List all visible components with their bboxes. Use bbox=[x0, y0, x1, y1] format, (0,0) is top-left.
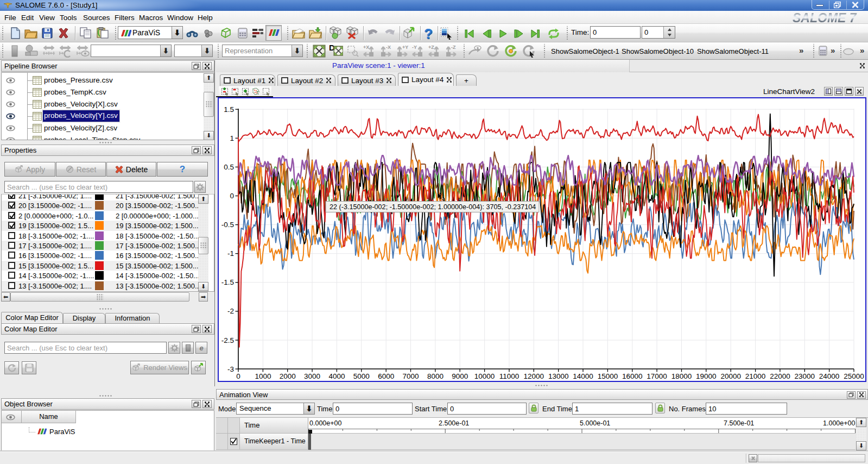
svg-text:1000: 1000 bbox=[255, 372, 271, 380]
svg-text:+X: +X bbox=[363, 45, 369, 50]
svg-text:-3: -3 bbox=[227, 365, 234, 373]
svg-text:25000: 25000 bbox=[844, 372, 864, 380]
svg-text:9000: 9000 bbox=[452, 372, 468, 380]
svg-text:0: 0 bbox=[236, 372, 240, 380]
svg-text:-1: -1 bbox=[227, 249, 234, 258]
svg-text:-2: -2 bbox=[227, 307, 234, 315]
svg-text:24000: 24000 bbox=[819, 372, 840, 380]
svg-text:20000: 20000 bbox=[720, 372, 741, 380]
svg-text:-0.5: -0.5 bbox=[221, 221, 234, 229]
svg-text:0.5: 0.5 bbox=[224, 163, 234, 171]
svg-text:15000: 15000 bbox=[598, 372, 618, 380]
svg-text:1: 1 bbox=[230, 134, 234, 142]
svg-text:2000: 2000 bbox=[280, 372, 296, 380]
svg-text:12000: 12000 bbox=[524, 372, 544, 380]
svg-text:19000: 19000 bbox=[696, 372, 717, 380]
svg-text:8000: 8000 bbox=[427, 372, 443, 380]
svg-text:4000: 4000 bbox=[328, 372, 345, 380]
svg-text:22000: 22000 bbox=[770, 372, 790, 380]
svg-text:3000: 3000 bbox=[304, 372, 320, 380]
svg-text:-Z: -Z bbox=[451, 45, 456, 50]
svg-text:-2.5: -2.5 bbox=[221, 336, 234, 344]
svg-text:23000: 23000 bbox=[795, 372, 815, 380]
svg-text:21000: 21000 bbox=[745, 372, 766, 380]
svg-text:17000: 17000 bbox=[647, 372, 667, 380]
svg-text:16000: 16000 bbox=[622, 372, 643, 380]
svg-text:6000: 6000 bbox=[378, 372, 394, 380]
svg-text:22 (-3.15000e-002; -1.50000e-0: 22 (-3.15000e-002; -1.50000e-002; 1.0000… bbox=[330, 203, 536, 211]
svg-text:10000: 10000 bbox=[474, 372, 495, 380]
svg-text:-Y: -Y bbox=[412, 45, 417, 50]
svg-text:7000: 7000 bbox=[402, 372, 419, 380]
svg-text:5000: 5000 bbox=[353, 372, 370, 380]
svg-text:14000: 14000 bbox=[573, 372, 593, 380]
svg-text:0: 0 bbox=[230, 192, 234, 200]
svg-text:+Z: +Z bbox=[428, 45, 434, 50]
svg-text:+Y: +Y bbox=[402, 45, 408, 50]
svg-text:-X: -X bbox=[386, 45, 391, 50]
svg-text:13000: 13000 bbox=[548, 372, 569, 380]
svg-text:18000: 18000 bbox=[671, 372, 692, 380]
svg-text:1.5: 1.5 bbox=[224, 105, 234, 114]
svg-text:-1.5: -1.5 bbox=[221, 278, 234, 286]
svg-text:11000: 11000 bbox=[499, 372, 519, 380]
